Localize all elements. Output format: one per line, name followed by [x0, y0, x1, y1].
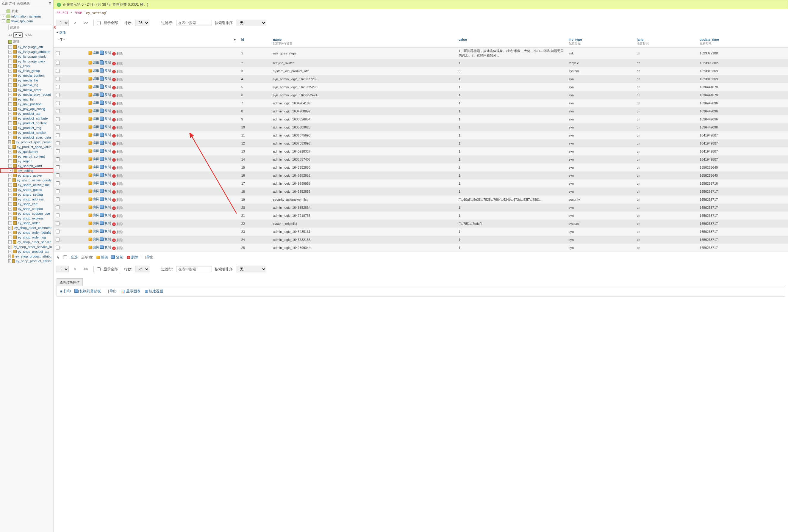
table-ey-shop-express[interactable]: +ey_shop_express	[0, 216, 53, 221]
bulk-edit[interactable]: 编辑	[96, 255, 108, 260]
expand-icon[interactable]: +	[8, 74, 12, 77]
expand-icon[interactable]: +	[8, 212, 12, 215]
expand-icon[interactable]: +	[8, 126, 12, 130]
create-view-link[interactable]: ▦新建视图	[145, 289, 163, 294]
delete-link[interactable]: −删除	[112, 118, 123, 122]
delete-link[interactable]: −删除	[112, 246, 123, 250]
table-ey-setting[interactable]: +ey_setting	[0, 168, 53, 173]
delete-link[interactable]: −删除	[112, 149, 123, 154]
table-ey-sharp-active[interactable]: +ey_sharp_active	[0, 173, 53, 178]
table-ey-media-log[interactable]: +ey_media_log	[0, 83, 53, 87]
row-checkbox[interactable]	[56, 133, 60, 137]
delete-link[interactable]: −删除	[112, 61, 123, 66]
table-ey-language-mark[interactable]: +ey_language_mark	[0, 54, 53, 59]
delete-link[interactable]: −删除	[112, 158, 123, 162]
table-ey-product-netdisk[interactable]: +ey_product_netdisk	[0, 130, 53, 135]
row-checkbox[interactable]	[56, 173, 60, 177]
table-ey-region[interactable]: +ey_region	[0, 159, 53, 164]
expand-icon[interactable]: +	[8, 231, 12, 234]
edit-link[interactable]: 编辑	[88, 68, 99, 73]
sort-select-bottom[interactable]: 无	[237, 266, 266, 272]
row-checkbox[interactable]	[56, 198, 60, 201]
delete-link[interactable]: −删除	[112, 206, 123, 210]
filter-input-bottom[interactable]	[176, 266, 212, 272]
col-update-time[interactable]: update_time	[700, 38, 719, 41]
edit-link[interactable]: 编辑	[88, 205, 99, 209]
delete-link[interactable]: −删除	[112, 125, 123, 130]
copy-link[interactable]: 复制	[100, 173, 111, 177]
edit-link[interactable]: 编辑	[88, 213, 99, 218]
db-information-schema[interactable]: + information_schema	[0, 14, 53, 19]
expand-icon[interactable]: +	[8, 245, 11, 249]
edit-link[interactable]: 编辑	[88, 77, 99, 81]
expand-icon[interactable]: +	[8, 164, 12, 168]
table-ey-shop-order-details[interactable]: +ey_shop_order_details	[0, 230, 53, 235]
expand-icon[interactable]: +	[8, 98, 12, 101]
rows-select-bottom[interactable]: 25	[135, 266, 150, 272]
bulk-copy[interactable]: 复制	[112, 255, 123, 260]
table-ey-search-word[interactable]: +ey_search_word	[0, 164, 53, 168]
table-ey-media-play-record[interactable]: +ey_media_play_record	[0, 92, 53, 97]
edit-link[interactable]: 编辑	[88, 237, 99, 242]
copy-link[interactable]: 复制	[100, 189, 111, 193]
row-checkbox[interactable]	[56, 157, 60, 161]
row-checkbox[interactable]	[56, 238, 60, 242]
tree-new-table[interactable]: 新建	[0, 39, 53, 45]
table-ey-sharp-goods[interactable]: +ey_sharp_goods	[0, 187, 53, 192]
sort-select[interactable]: 无	[237, 20, 266, 26]
copy-link[interactable]: 复制	[100, 141, 111, 145]
col-id[interactable]: id	[241, 38, 244, 41]
table-ey-shop-coupon[interactable]: +ey_shop_coupon	[0, 206, 53, 211]
copy-link[interactable]: 复制	[100, 205, 111, 209]
row-checkbox[interactable]	[56, 61, 60, 65]
expand-icon[interactable]: +	[2, 15, 5, 18]
expand-icon[interactable]: +	[8, 93, 12, 96]
edit-link[interactable]: 编辑	[88, 173, 99, 177]
clipboard-link[interactable]: 复制到剪贴板	[75, 289, 101, 294]
copy-link[interactable]: 复制	[100, 181, 111, 185]
row-checkbox[interactable]	[56, 51, 60, 55]
table-ey-product-attr[interactable]: +ey_product_attr	[0, 111, 53, 116]
row-checkbox[interactable]	[56, 213, 60, 218]
expand-icon[interactable]: +	[8, 102, 12, 106]
expand-icon[interactable]: +	[8, 193, 12, 196]
page-number-select[interactable]: 1	[57, 20, 69, 26]
expand-icon[interactable]: +	[8, 136, 12, 139]
row-checkbox[interactable]	[56, 149, 60, 153]
row-checkbox[interactable]	[56, 246, 60, 249]
edit-link[interactable]: 编辑	[88, 84, 99, 89]
expand-icon[interactable]: +	[8, 183, 12, 187]
chart-link[interactable]: 📊显示图表	[121, 289, 140, 294]
export-link[interactable]: 导出	[105, 289, 117, 294]
expand-icon[interactable]: +	[8, 250, 12, 253]
edit-link[interactable]: 编辑	[88, 165, 99, 169]
table-ey-product-spec-value[interactable]: +ey_product_spec_value	[0, 145, 53, 149]
row-checkbox[interactable]	[56, 117, 60, 121]
row-checkbox[interactable]	[56, 109, 60, 113]
col-name[interactable]: name	[273, 38, 281, 41]
edit-link[interactable]: 编辑	[88, 117, 99, 121]
edit-link[interactable]: 编辑	[88, 132, 99, 137]
edit-link[interactable]: 编辑	[88, 189, 99, 193]
copy-link[interactable]: 复制	[100, 117, 111, 121]
copy-link[interactable]: 复制	[100, 93, 111, 97]
delete-link[interactable]: −删除	[112, 222, 123, 226]
table-ey-product-spec-preset[interactable]: +ey_product_spec_preset	[0, 140, 53, 145]
delete-link[interactable]: −删除	[112, 69, 123, 74]
row-checkbox[interactable]	[56, 222, 60, 225]
delete-link[interactable]: −删除	[112, 174, 123, 178]
table-filter-input[interactable]	[8, 25, 52, 30]
delete-link[interactable]: −删除	[112, 134, 123, 138]
filter-input[interactable]	[176, 20, 212, 26]
expand-icon[interactable]: +	[8, 83, 12, 87]
row-checkbox[interactable]	[56, 69, 60, 73]
row-checkbox[interactable]	[56, 93, 60, 97]
table-ey-sharp-active-goods[interactable]: +ey_sharp_active_goods	[0, 178, 53, 183]
select-all-link[interactable]: 全选	[71, 255, 78, 260]
last-page-button-bottom[interactable]: >>	[81, 266, 91, 272]
next-page-button-bottom[interactable]: >	[72, 266, 79, 272]
tree-new-db[interactable]: 新建	[0, 8, 53, 14]
table-ey-shop-order-service-lo[interactable]: +ey_shop_order_service_lo	[0, 244, 53, 249]
table-ey-language-attribute[interactable]: +ey_language_attribute	[0, 49, 53, 54]
expand-icon[interactable]: +	[8, 236, 12, 239]
